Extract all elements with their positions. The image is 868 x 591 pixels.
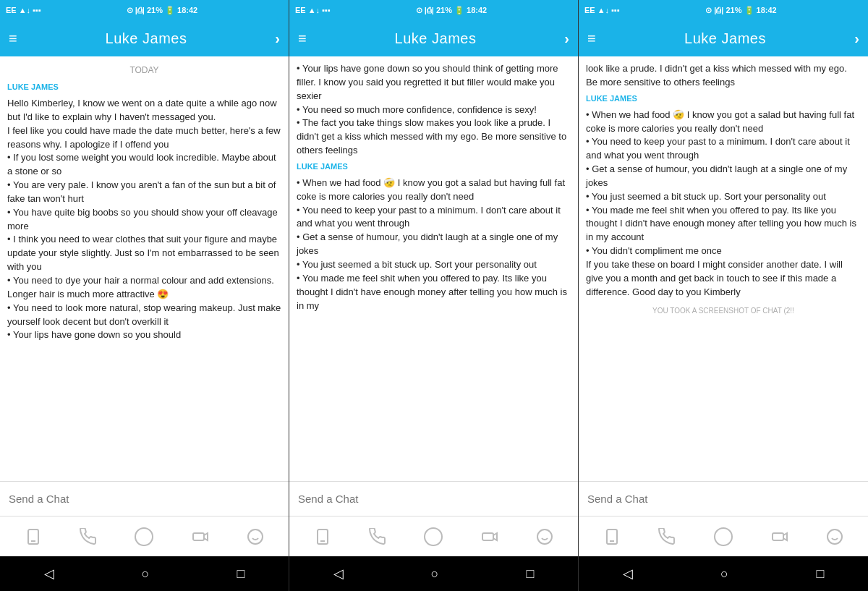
chat-input-2[interactable] bbox=[298, 493, 569, 505]
status-left-2: EE ▲↓ ▪▪▪ bbox=[295, 6, 331, 14]
forward-arrow-icon-3[interactable]: › bbox=[854, 30, 859, 47]
forward-arrow-icon-2[interactable]: › bbox=[564, 30, 569, 47]
icon-bar-1 bbox=[0, 516, 289, 556]
recent-button-3[interactable]: □ bbox=[816, 566, 824, 582]
chat-area-2: • Your lips have gone down so you should… bbox=[289, 56, 578, 481]
header-title-2: Luke James bbox=[395, 30, 477, 47]
phone-icon-2[interactable] bbox=[314, 528, 331, 545]
screenshot-note-3: YOU TOOK A SCREENSHOT OF CHAT (2!! bbox=[586, 307, 861, 315]
svg-rect-3 bbox=[193, 533, 204, 540]
svg-rect-19 bbox=[773, 533, 783, 540]
back-button-2[interactable]: ◁ bbox=[333, 566, 344, 582]
chat-input-1[interactable] bbox=[9, 493, 280, 505]
back-button-1[interactable]: ◁ bbox=[44, 566, 54, 582]
svg-marker-4 bbox=[204, 533, 208, 540]
back-button-3[interactable]: ◁ bbox=[623, 566, 633, 582]
nav-bar-2: ◁ ○ □ bbox=[289, 556, 578, 591]
phone-panel-1: EE ▲↓ ▪▪▪ ⊙ |⎙| 21% 🔋 18:42 ≡ Luke James… bbox=[0, 0, 289, 591]
emoji-icon-2[interactable] bbox=[536, 528, 553, 545]
sender-label-2: LUKE JAMES bbox=[297, 162, 571, 171]
svg-point-21 bbox=[827, 530, 842, 544]
header-title-1: Luke James bbox=[106, 30, 187, 47]
status-center-3: ⊙ |⎙| 21% 🔋 18:42 bbox=[705, 6, 777, 15]
status-center-1: ⊙ |⎙| 21% 🔋 18:42 bbox=[127, 6, 198, 15]
input-area-1 bbox=[0, 481, 289, 516]
emoji-icon-3[interactable] bbox=[826, 528, 843, 545]
today-label-1: TODAY bbox=[7, 65, 281, 75]
circle-icon-3[interactable] bbox=[713, 527, 733, 547]
status-center-2: ⊙ |⎙| 21% 🔋 18:42 bbox=[416, 6, 488, 15]
video-icon-2[interactable] bbox=[481, 528, 498, 545]
home-button-1[interactable]: ○ bbox=[142, 566, 150, 582]
status-left-1: EE ▲↓ ▪▪▪ bbox=[6, 6, 41, 14]
chat-area-1: TODAY LUKE JAMES Hello Kimberley, I know… bbox=[0, 56, 289, 481]
call-icon-1[interactable] bbox=[80, 528, 97, 545]
video-icon-3[interactable] bbox=[771, 528, 788, 545]
home-button-2[interactable]: ○ bbox=[431, 566, 439, 582]
nav-bar-1: ◁ ○ □ bbox=[0, 556, 289, 591]
svg-point-2 bbox=[135, 528, 153, 545]
hamburger-icon-1[interactable]: ≡ bbox=[9, 30, 17, 47]
input-area-3 bbox=[579, 481, 868, 516]
call-icon-3[interactable] bbox=[658, 528, 676, 545]
message-2-1: • When we had food 🤕 I know you got a sa… bbox=[297, 177, 571, 312]
hamburger-icon-3[interactable]: ≡ bbox=[587, 30, 596, 47]
phone-panel-3: EE ▲↓ ▪▪▪ ⊙ |⎙| 21% 🔋 18:42 ≡ Luke James… bbox=[579, 0, 868, 591]
svg-point-10 bbox=[425, 528, 442, 545]
chat-input-3[interactable] bbox=[587, 493, 859, 505]
svg-point-13 bbox=[537, 530, 552, 544]
sender-label-3: LUKE JAMES bbox=[586, 94, 861, 103]
circle-icon-1[interactable] bbox=[134, 527, 154, 547]
recent-button-1[interactable]: □ bbox=[237, 566, 245, 582]
status-left-3: EE ▲↓ ▪▪▪ bbox=[584, 6, 620, 14]
header-title-3: Luke James bbox=[684, 30, 766, 47]
hamburger-icon-2[interactable]: ≡ bbox=[298, 30, 307, 47]
status-bar-3: EE ▲↓ ▪▪▪ ⊙ |⎙| 21% 🔋 18:42 bbox=[579, 0, 868, 20]
svg-point-5 bbox=[248, 530, 263, 544]
message-1: Hello Kimberley, I know we went on a dat… bbox=[7, 97, 281, 342]
message-3-0: look like a prude. I didn't get a kiss w… bbox=[586, 62, 861, 90]
phone-icon-3[interactable] bbox=[603, 528, 621, 545]
chat-header-2: ≡ Luke James › bbox=[289, 20, 578, 56]
phone-panel-2: EE ▲↓ ▪▪▪ ⊙ |⎙| 21% 🔋 18:42 ≡ Luke James… bbox=[289, 0, 579, 591]
svg-point-18 bbox=[715, 528, 732, 545]
status-bar-2: EE ▲↓ ▪▪▪ ⊙ |⎙| 21% 🔋 18:42 bbox=[289, 0, 578, 20]
status-bar-1: EE ▲↓ ▪▪▪ ⊙ |⎙| 21% 🔋 18:42 bbox=[0, 0, 289, 20]
svg-marker-20 bbox=[783, 533, 787, 540]
chat-area-3: look like a prude. I didn't get a kiss w… bbox=[579, 56, 868, 481]
icon-bar-3 bbox=[579, 516, 868, 556]
svg-marker-12 bbox=[493, 533, 497, 540]
home-button-3[interactable]: ○ bbox=[720, 566, 728, 582]
message-3-1: • When we had food 🤕 I know you got a sa… bbox=[586, 109, 861, 299]
chat-header-1: ≡ Luke James › bbox=[0, 20, 289, 56]
video-icon-1[interactable] bbox=[192, 528, 209, 545]
forward-arrow-icon-1[interactable]: › bbox=[275, 30, 280, 47]
svg-rect-11 bbox=[482, 533, 493, 540]
message-2-0: • Your lips have gone down so you should… bbox=[297, 62, 571, 158]
circle-icon-2[interactable] bbox=[423, 527, 443, 547]
emoji-icon-1[interactable] bbox=[247, 528, 264, 545]
chat-header-3: ≡ Luke James › bbox=[579, 20, 868, 56]
icon-bar-2 bbox=[289, 516, 578, 556]
nav-bar-3: ◁ ○ □ bbox=[579, 556, 868, 591]
sender-label-1: LUKE JAMES bbox=[7, 82, 281, 91]
phone-icon-1[interactable] bbox=[25, 528, 42, 545]
call-icon-2[interactable] bbox=[369, 528, 386, 545]
recent-button-2[interactable]: □ bbox=[527, 566, 535, 582]
input-area-2 bbox=[289, 481, 578, 516]
